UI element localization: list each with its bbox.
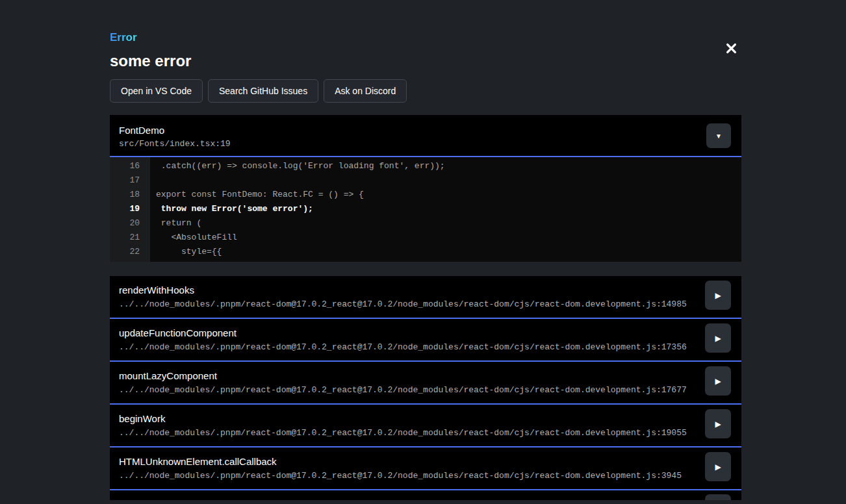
stack-frame: mountLazyComponent ../../node_modules/.p… bbox=[110, 362, 741, 405]
play-right-icon: ▶ bbox=[715, 462, 721, 472]
stack-frame-path: ../../node_modules/.pnpm/react-dom@17.0.… bbox=[119, 342, 696, 352]
code-frame-location: src/Fonts/index.tsx:19 bbox=[119, 139, 731, 149]
code-area: 16 .catch((err) => console.log('Error lo… bbox=[110, 157, 741, 262]
stack-frame: renderWithHooks ../../node_modules/.pnpm… bbox=[110, 276, 741, 319]
code-text: .catch((err) => console.log('Error loadi… bbox=[150, 159, 445, 173]
line-number: 21 bbox=[110, 231, 150, 245]
stack-frame-path: ../../node_modules/.pnpm/react-dom@17.0.… bbox=[119, 471, 696, 481]
ask-on-discord-button[interactable]: Ask on Discord bbox=[324, 79, 407, 103]
line-number: 19 bbox=[110, 202, 150, 216]
code-text bbox=[150, 173, 156, 188]
code-text: export const FontDemo: React.FC = () => … bbox=[150, 188, 364, 202]
line-number: 17 bbox=[110, 173, 150, 188]
error-message: some error bbox=[110, 53, 741, 69]
chevron-down-icon: ▼ bbox=[715, 132, 722, 140]
stack-frame-name: beginWork bbox=[119, 414, 696, 424]
expand-frame-button[interactable]: ▶ bbox=[705, 366, 731, 396]
line-number: 20 bbox=[110, 216, 150, 231]
stack-frame-name: renderWithHooks bbox=[119, 285, 696, 296]
expand-frame-button[interactable]: ▶ bbox=[705, 281, 731, 310]
stack-frame-path: ../../node_modules/.pnpm/react-dom@17.0.… bbox=[119, 385, 696, 395]
stack-frame-path: ../../node_modules/.pnpm/react-dom@17.0.… bbox=[119, 428, 696, 438]
stack-frame: beginWork ../../node_modules/.pnpm/react… bbox=[110, 405, 741, 447]
code-line: 22 style={{ bbox=[110, 245, 741, 259]
play-right-icon: ▶ bbox=[715, 377, 721, 386]
code-frame-header: FontDemo src/Fonts/index.tsx:19 ▼ bbox=[110, 115, 741, 156]
code-line: 18export const FontDemo: React.FC = () =… bbox=[110, 188, 741, 202]
code-line: 16 .catch((err) => console.log('Error lo… bbox=[110, 159, 741, 173]
expand-frame-button[interactable]: ▶ bbox=[705, 452, 731, 481]
code-line: 21 <AbsoluteFill bbox=[110, 231, 741, 245]
code-line: 17 bbox=[110, 173, 741, 188]
stack-frame: updateFunctionComponent ../../node_modul… bbox=[110, 319, 741, 362]
code-frame: FontDemo src/Fonts/index.tsx:19 ▼ 16 .ca… bbox=[110, 115, 741, 262]
line-number: 22 bbox=[110, 245, 150, 259]
code-text: <AbsoluteFill bbox=[150, 231, 237, 245]
stack-trace: renderWithHooks ../../node_modules/.pnpm… bbox=[110, 276, 741, 500]
line-number: 18 bbox=[110, 188, 150, 202]
stack-frame-partial: ▶ bbox=[110, 490, 741, 500]
collapse-frame-button[interactable]: ▼ bbox=[706, 123, 731, 148]
code-frame-title: FontDemo bbox=[119, 125, 731, 136]
stack-frame-name: mountLazyComponent bbox=[119, 371, 696, 381]
stack-frame: HTMLUnknownElement.callCallback ../../no… bbox=[110, 447, 741, 490]
code-text: return ( bbox=[150, 216, 201, 231]
code-line: 20 return ( bbox=[110, 216, 741, 231]
code-text: throw new Error('some error'); bbox=[150, 202, 313, 216]
expand-frame-button[interactable]: ▶ bbox=[705, 494, 731, 500]
expand-frame-button[interactable]: ▶ bbox=[705, 409, 731, 438]
code-line-highlighted: 19 throw new Error('some error'); bbox=[110, 202, 741, 216]
action-buttons: Open in VS Code Search GitHub Issues Ask… bbox=[110, 79, 741, 103]
search-github-issues-button[interactable]: Search GitHub Issues bbox=[208, 79, 318, 103]
stack-frame-path: ../../node_modules/.pnpm/react-dom@17.0.… bbox=[119, 299, 696, 309]
play-right-icon: ▶ bbox=[715, 334, 721, 343]
error-overlay: Error some error Open in VS Code Search … bbox=[110, 0, 741, 500]
line-number: 16 bbox=[110, 159, 150, 173]
stack-frame-name: updateFunctionComponent bbox=[119, 328, 696, 338]
expand-frame-button[interactable]: ▶ bbox=[705, 323, 731, 353]
code-text: style={{ bbox=[150, 245, 222, 259]
play-right-icon: ▶ bbox=[715, 291, 721, 300]
error-type-label: Error bbox=[110, 31, 137, 44]
stack-frame-name: HTMLUnknownElement.callCallback bbox=[119, 457, 696, 467]
open-in-vscode-button[interactable]: Open in VS Code bbox=[110, 79, 203, 103]
play-right-icon: ▶ bbox=[715, 420, 721, 429]
